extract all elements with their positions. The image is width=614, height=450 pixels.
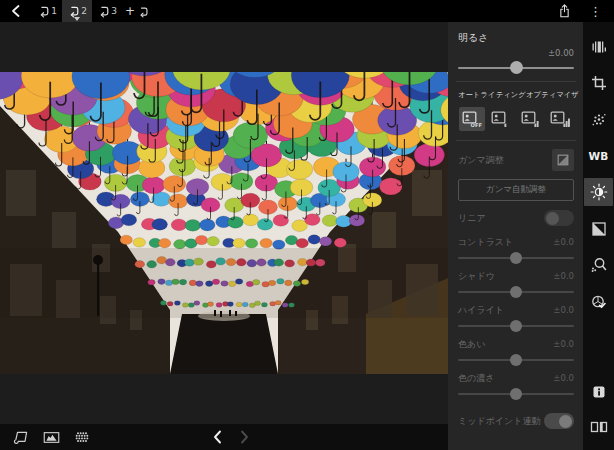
slider-thumb[interactable] [510,354,522,366]
magnifier-dots-icon [590,257,607,273]
levels-icon [590,39,608,55]
hue-value: ±0.0 [553,339,574,350]
saturation-value: ±0.0 [553,373,574,384]
linear-label: リニア [458,212,486,225]
highlight-value: ±0.0 [553,305,574,316]
compare-icon [590,420,608,434]
contrast-slider-row: コントラスト±0.0 [458,236,574,264]
add-recipe-tab-button[interactable]: + [122,0,152,22]
noise-reduction-tool-button[interactable] [586,107,611,131]
gamma-curve-icon [556,153,570,167]
back-button[interactable] [7,3,23,19]
highlight-label: ハイライト [458,304,504,317]
slider-thumb[interactable] [510,320,522,332]
exposure-tool-button[interactable] [586,217,611,241]
highlight-slider-row: ハイライト±0.0 [458,304,574,332]
contrast-slider[interactable] [458,251,574,264]
alo-standard-button[interactable] [518,107,544,131]
divider [456,140,576,141]
bottom-bar [0,424,448,450]
hue-slider-row: 色あい±0.0 [458,338,574,366]
info-icon [592,385,606,399]
tool-strip: WB [583,22,614,450]
auto-lighting-optimizer-label: オートライティングオプティマイザ [458,90,574,100]
midpoint-row: ミッドポイント連動 [458,413,574,429]
contrast-value: ±0.0 [553,237,574,248]
alo-off-button[interactable]: OFF [459,107,485,131]
linear-row: リニア [458,210,574,226]
brightness-adjustment-panel: 明るさ ±0.00 オートライティングオプティマイザ OFF [448,22,583,450]
image-canvas [0,22,448,450]
exposure-icon [591,221,607,237]
midpoint-link-label: ミッドポイント連動 [458,415,540,428]
tab-number: 2 [81,7,87,16]
app-window: 1 2 3 + [0,0,614,450]
highlight-slider[interactable] [458,319,574,332]
recipe-icon [37,4,50,18]
shadow-slider[interactable] [458,285,574,298]
toggle-knob [546,212,559,225]
tab-number: 3 [111,7,117,16]
next-image-button[interactable] [240,430,250,444]
toggle-knob [559,415,572,428]
chevron-left-icon [10,4,21,18]
svg-text:OFF: OFF [471,122,482,128]
alo-strong-icon [550,110,570,128]
alo-low-button[interactable] [488,107,514,131]
saturation-slider-row: 色の濃さ±0.0 [458,372,574,400]
gamma-label: ガンマ調整 [458,154,504,167]
photo-preview [0,72,448,374]
tab-recipe-2[interactable]: 2 [62,0,92,22]
brightness-label: 明るさ [458,31,574,45]
top-bar: 1 2 3 + [0,0,614,22]
gamma-row: ガンマ調整 [458,149,574,171]
levels-tool-button[interactable] [586,35,611,59]
hue-slider[interactable] [458,353,574,366]
grid-dots-button[interactable] [74,430,90,445]
brightness-sun-icon [590,183,608,201]
slider-thumb[interactable] [510,286,522,298]
contrast-label: コントラスト [458,236,513,249]
plus-icon: + [125,5,135,17]
shadow-label: シャドウ [458,270,495,283]
tab-number: 1 [51,7,57,16]
midpoint-link-toggle[interactable] [544,413,574,429]
saturation-label: 色の濃さ [458,372,494,385]
share-button[interactable] [558,3,571,19]
saturation-slider[interactable] [458,387,574,400]
info-tool-button[interactable] [586,380,611,404]
magnify-noise-tool-button[interactable] [586,253,611,277]
picture-style-tool-button[interactable] [586,290,611,314]
recipe-clipboard-button[interactable] [12,430,29,445]
alo-low-icon [491,110,511,128]
slider-thumb[interactable] [510,61,523,74]
linear-toggle[interactable] [544,210,574,226]
compare-view-tool-button[interactable] [586,415,611,439]
slider-thumb[interactable] [510,388,522,400]
brightness-tool-button[interactable] [584,178,613,206]
image-navigation [212,424,250,450]
white-balance-tool-button[interactable]: WB [586,144,611,168]
crop-icon [591,75,607,91]
tab-recipe-3[interactable]: 3 [92,0,122,22]
slider-thumb[interactable] [510,252,522,264]
crop-tool-button[interactable] [586,71,611,95]
brightness-value: ±0.00 [458,48,574,59]
brightness-slider[interactable] [458,61,574,74]
tab-recipe-1[interactable]: 1 [32,0,62,22]
alo-strong-button[interactable] [547,107,573,131]
gamma-auto-adjust-button[interactable]: ガンマ自動調整 [458,179,574,201]
picture-style-icon [590,294,607,310]
histogram-toggle-button[interactable] [43,431,60,444]
recipe-icon [97,4,110,18]
gamma-curve-button[interactable] [552,149,574,171]
alo-standard-icon [521,110,541,128]
shadow-slider-row: シャドウ±0.0 [458,270,574,298]
recipe-icon [67,4,80,18]
auto-lighting-optimizer-options: OFF [459,107,573,131]
more-menu-button[interactable]: ⋮ [589,5,602,18]
recipe-icon [137,5,149,18]
previous-image-button[interactable] [212,430,222,444]
divider [456,81,576,82]
top-bar-actions: ⋮ [558,3,602,19]
